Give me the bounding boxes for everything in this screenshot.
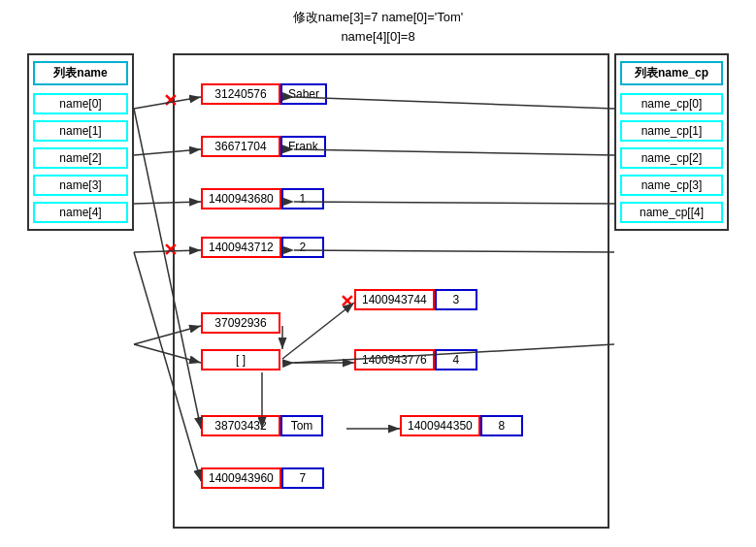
right-item-0: name_cp[0] [620,93,723,114]
node-36671704: 36671704 Frank [201,136,326,157]
page-title: 修改name[3]=7 name[0]='Tom' name[4][0]=8 [0,0,756,46]
node-31240576-id: 31240576 [201,83,280,105]
node-36671704-val: Frank [280,136,326,157]
left-item-4: name[4] [33,202,128,223]
node-1400943744-id: 1400943744 [354,289,435,310]
node-31240576-val: Saber [280,83,327,105]
left-item-1: name[1] [33,120,128,142]
right-item-3: name_cp[3] [620,175,723,196]
node-1400943776-id: 1400943776 [354,349,435,370]
x-mark-0: ✕ [163,90,178,112]
node-1400943960: 1400943960 7 [201,467,324,489]
node-1400943776: 1400943776 4 [354,349,477,370]
left-item-0: name[0] [33,93,128,114]
left-item-2: name[2] [33,147,128,169]
node-36671704-id: 36671704 [201,136,280,157]
node-1400943744-val: 3 [435,289,477,310]
left-item-3: name[3] [33,175,128,196]
left-panel-label: 列表name [33,61,128,85]
right-item-2: name_cp[2] [620,147,723,169]
node-1400943960-val: 7 [281,467,324,489]
node-1400943960-id: 1400943960 [201,467,281,489]
node-31240576: 31240576 Saber [201,83,327,105]
node-38703432: 38703432 Tom [201,415,323,436]
node-1400943680-val: 1 [281,188,324,209]
node-1400943744: 1400943744 3 [354,289,477,310]
node-1400943680-id: 1400943680 [201,188,281,209]
node-1400943680: 1400943680 1 [201,188,324,209]
node-1400943712: 1400943712 2 [201,237,324,258]
node-brackets: [ ] [201,349,280,370]
node-1400944350: 1400944350 8 [400,415,523,436]
node-1400943776-val: 4 [435,349,477,370]
node-38703432-id: 38703432 [201,415,280,436]
node-38703432-val: Tom [280,415,323,436]
right-item-4: name_cp[[4] [620,202,723,223]
x-mark-2: ✕ [340,291,354,312]
x-mark-1: ✕ [163,240,178,261]
node-1400944350-val: 8 [480,415,523,436]
right-panel: 列表name_cp name_cp[0] name_cp[1] name_cp[… [614,53,729,231]
node-1400943712-val: 2 [281,237,324,258]
node-37092936-id: 37092936 [201,312,280,334]
left-panel: 列表name name[0] name[1] name[2] name[3] n… [27,53,134,231]
node-1400944350-id: 1400944350 [400,415,480,436]
right-panel-label: 列表name_cp [620,61,723,85]
right-item-1: name_cp[1] [620,120,723,142]
node-37092936: 37092936 [201,312,280,334]
node-brackets-id: [ ] [201,349,280,370]
node-1400943712-id: 1400943712 [201,237,281,258]
